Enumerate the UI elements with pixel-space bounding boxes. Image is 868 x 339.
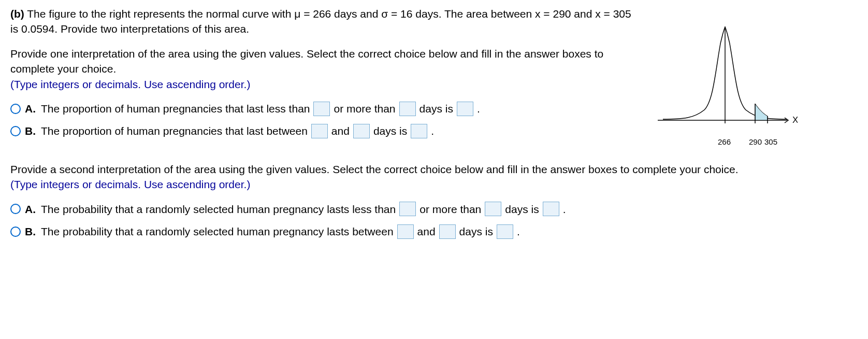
part-label: (b) <box>10 8 24 20</box>
q2-option-a: A. The probability that a randomly selec… <box>10 202 858 217</box>
normal-curve-svg: X <box>653 17 798 131</box>
q2-optA-t2: or more than <box>419 202 481 217</box>
q1-option-a: A. The proportion of human pregnancies t… <box>10 101 632 116</box>
q1-optB-input3[interactable] <box>411 124 427 138</box>
q2-radio-a[interactable] <box>10 204 21 214</box>
q1-optB-t4: . <box>431 123 434 138</box>
normal-curve-figure: X 266 290 305 <box>653 6 808 146</box>
q1-optA-t1: The proportion of human pregnancies that… <box>41 101 310 116</box>
q2-optB-input2[interactable] <box>439 224 456 239</box>
q2-optB-t1: The probability that a randomly selected… <box>41 224 394 239</box>
q2-option-b: B. The probability that a randomly selec… <box>10 224 858 239</box>
q2-optB-letter: B. <box>25 224 36 239</box>
q1-optA-input3[interactable] <box>457 102 473 116</box>
q1-optB-t2: and <box>331 123 350 138</box>
q1-hint: (Type integers or decimals. Use ascendin… <box>10 78 250 90</box>
tick-290: 290 <box>749 136 762 147</box>
q1-radio-a[interactable] <box>10 104 21 114</box>
q1-optB-input1[interactable] <box>311 124 328 138</box>
x-axis-label: X <box>792 115 798 125</box>
tick-305: 305 <box>764 136 777 147</box>
q1-optA-t3: days is <box>419 101 453 116</box>
q1-prompt: Provide one interpretation of the area u… <box>10 48 603 75</box>
q1-optB-t1: The proportion of human pregnancies that… <box>41 123 308 138</box>
q2-optA-t1: The probability that a randomly selected… <box>41 202 396 217</box>
q2-optA-t3: days is <box>505 202 539 217</box>
q2-optB-input3[interactable] <box>497 224 513 239</box>
q1-optA-input1[interactable] <box>313 102 330 116</box>
q2-optB-t2: and <box>417 224 436 239</box>
q1-prompt-block: Provide one interpretation of the area u… <box>10 46 632 92</box>
q2-section: Provide a second interpretation of the a… <box>10 162 858 239</box>
question-text: (b) The figure to the right represents t… <box>10 6 632 146</box>
q2-optA-t4: . <box>563 202 566 217</box>
q1-optA-input2[interactable] <box>399 102 416 116</box>
q1-optB-input2[interactable] <box>353 124 370 138</box>
q2-hint: (Type integers or decimals. Use ascendin… <box>10 178 250 190</box>
q2-optA-input2[interactable] <box>485 202 501 216</box>
q2-optB-input1[interactable] <box>397 224 414 239</box>
q2-radio-b[interactable] <box>10 227 21 237</box>
q1-optA-letter: A. <box>25 101 36 116</box>
q1-option-b: B. The proportion of human pregnancies t… <box>10 123 632 138</box>
intro-text: The figure to the right represents the n… <box>10 8 631 35</box>
q1-optA-t2: or more than <box>334 101 395 116</box>
q2-optA-input1[interactable] <box>399 202 416 216</box>
q1-optB-letter: B. <box>25 123 36 138</box>
q2-optA-input3[interactable] <box>543 202 559 216</box>
q2-prompt: Provide a second interpretation of the a… <box>10 163 738 175</box>
problem-intro: (b) The figure to the right represents t… <box>10 6 632 37</box>
q1-optA-t4: . <box>477 101 480 116</box>
q2-optB-t3: days is <box>459 224 493 239</box>
q2-prompt-block: Provide a second interpretation of the a… <box>10 162 858 192</box>
q1-optB-t3: days is <box>373 123 407 138</box>
tick-266: 266 <box>718 136 731 147</box>
q2-optB-t4: . <box>517 224 520 239</box>
q2-optA-letter: A. <box>25 202 36 217</box>
q1-radio-b[interactable] <box>10 126 21 136</box>
